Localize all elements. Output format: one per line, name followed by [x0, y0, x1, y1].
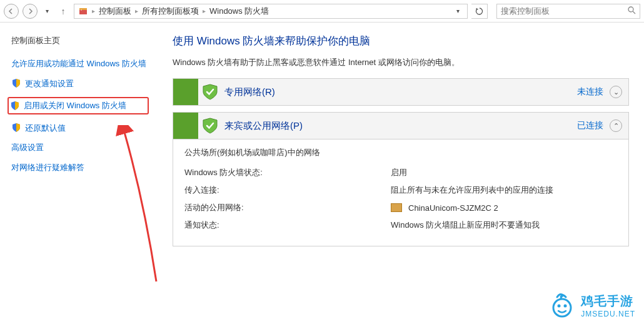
page-heading: 使用 Windows 防火墙来帮助保护你的电脑	[173, 34, 629, 48]
sidebar-link-allow-app[interactable]: 允许应用或功能通过 Windows 防火墙	[11, 58, 146, 70]
sidebar-title: 控制面板主页	[11, 35, 146, 46]
forward-button[interactable]	[23, 4, 38, 19]
svg-point-5	[553, 299, 571, 316]
panel-public-network[interactable]: 来宾或公用网络(P) 已连接 ⌃	[173, 112, 629, 139]
main-content: 使用 Windows 防火墙来帮助保护你的电脑 Windows 防火墙有助于防止…	[155, 23, 644, 324]
breadcrumb-bar[interactable]: ▸ 控制面板 ▸ 所有控制面板项 ▸ Windows 防火墙 ▾	[74, 4, 468, 19]
panel-private-network[interactable]: 专用网络(R) 未连接 ⌄	[173, 78, 629, 106]
breadcrumb-item[interactable]: Windows 防火墙	[209, 6, 269, 17]
firewall-icon	[78, 6, 88, 16]
panel-status: 未连接	[577, 86, 603, 98]
sidebar-link-toggle-firewall[interactable]: 启用或关闭 Windows 防火墙	[10, 99, 146, 112]
refresh-button[interactable]	[471, 4, 488, 19]
row-active-network: 活动的公用网络: ChinaUnicom-SJZM2C 2	[184, 202, 617, 213]
breadcrumb-item[interactable]: 所有控制面板项	[142, 6, 199, 17]
watermark-text1: 鸡毛手游	[581, 293, 635, 310]
sidebar-link-restore-defaults[interactable]: 还原默认值	[11, 122, 146, 134]
address-bar: ▾ ↑ ▸ 控制面板 ▸ 所有控制面板项 ▸ Windows 防火墙 ▾ 搜索控…	[0, 0, 644, 23]
shield-check-icon	[202, 84, 218, 100]
search-icon	[628, 6, 636, 16]
chevron-right-icon: ▸	[91, 8, 96, 14]
chevron-right-icon: ▸	[134, 8, 139, 14]
sidebar-link-advanced[interactable]: 高级设置	[11, 141, 146, 154]
chevron-up-icon[interactable]: ⌃	[610, 119, 622, 132]
shield-icon	[11, 78, 21, 88]
svg-line-4	[633, 11, 635, 14]
breadcrumb-item[interactable]: 控制面板	[99, 6, 131, 17]
back-button[interactable]	[4, 4, 19, 19]
sidebar-link-change-notifications[interactable]: 更改通知设置	[11, 78, 146, 90]
row-firewall-state: Windows 防火墙状态: 启用	[184, 167, 617, 178]
path-dropdown[interactable]: ▾	[452, 8, 463, 14]
panel-title: 来宾或公用网络(P)	[224, 120, 577, 132]
panel-subtitle: 公共场所(例如机场或咖啡店)中的网络	[184, 147, 617, 158]
svg-point-7	[564, 305, 567, 308]
sidebar-link-troubleshoot[interactable]: 对网络进行疑难解答	[11, 161, 146, 174]
history-dropdown[interactable]: ▾	[41, 8, 53, 14]
svg-point-6	[558, 305, 561, 308]
network-icon	[391, 203, 402, 212]
highlight-annotation: 启用或关闭 Windows 防火墙	[8, 97, 149, 114]
chevron-right-icon: ▸	[201, 8, 207, 14]
panel-title: 专用网络(R)	[224, 86, 577, 98]
up-button[interactable]: ↑	[56, 4, 70, 18]
svg-point-3	[628, 7, 633, 12]
panel-stripe	[173, 113, 198, 139]
search-input[interactable]: 搜索控制面板	[496, 4, 640, 19]
panel-status: 已连接	[577, 120, 603, 131]
shield-check-icon	[202, 118, 218, 134]
panel-public-body: 公共场所(例如机场或咖啡店)中的网络 Windows 防火墙状态: 启用 传入连…	[173, 139, 629, 246]
search-placeholder: 搜索控制面板	[501, 6, 550, 17]
sidebar: 控制面板主页 允许应用或功能通过 Windows 防火墙 更改通知设置 启用或关…	[0, 23, 155, 324]
svg-rect-2	[81, 9, 82, 11]
panel-stripe	[173, 79, 198, 105]
row-notify-state: 通知状态: Windows 防火墙阻止新应用时不要通知我	[184, 220, 617, 231]
shield-icon	[11, 123, 21, 133]
shield-icon	[10, 101, 20, 111]
chevron-down-icon[interactable]: ⌄	[610, 86, 622, 98]
watermark-logo: 鸡毛手游 JMSEDU.NET	[548, 291, 635, 319]
logo-icon	[548, 291, 576, 319]
svg-rect-1	[79, 8, 87, 10]
watermark-text2: JMSEDU.NET	[581, 310, 635, 318]
row-incoming: 传入连接: 阻止所有与未在允许应用列表中的应用的连接	[184, 185, 617, 196]
page-description: Windows 防火墙有助于防止黑客或恶意软件通过 Internet 或网络访问…	[173, 57, 629, 68]
